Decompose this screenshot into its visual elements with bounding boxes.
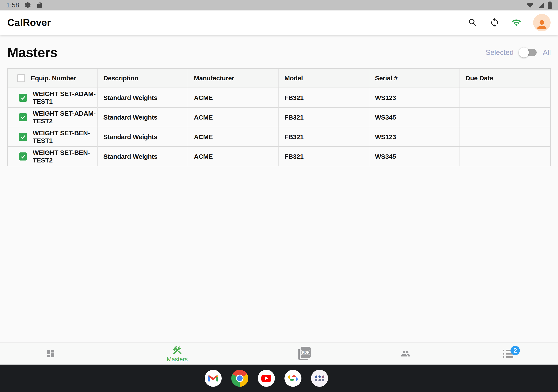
sd-card-icon bbox=[36, 2, 43, 9]
due-date-cell bbox=[460, 87, 550, 107]
column-header-manufacturer: Manufacturer bbox=[188, 69, 279, 87]
clock: 1:58 bbox=[6, 1, 19, 9]
app-drawer-icon[interactable] bbox=[311, 370, 328, 387]
description-cell: Standard Weights bbox=[98, 127, 188, 146]
serial-cell: WS345 bbox=[369, 107, 460, 127]
manufacturer-cell: ACME bbox=[188, 127, 279, 146]
page-title: Masters bbox=[7, 46, 58, 59]
nav-item-pdf-reports[interactable]: PDF bbox=[298, 342, 311, 365]
column-header-equip-number: Equip. Number bbox=[31, 75, 76, 82]
row-checkbox[interactable] bbox=[19, 94, 27, 102]
manufacturer-cell: ACME bbox=[188, 87, 279, 107]
nav-item-masters[interactable]: Masters bbox=[167, 342, 188, 365]
model-cell: FB321 bbox=[279, 146, 369, 166]
column-header-due-date: Due Date bbox=[460, 69, 550, 87]
bottom-navigation: Masters PDF 2 bbox=[0, 342, 558, 365]
row-checkbox[interactable] bbox=[19, 113, 27, 121]
description-cell: Standard Weights bbox=[98, 107, 188, 127]
app-title: CalRover bbox=[7, 17, 51, 28]
description-cell: Standard Weights bbox=[98, 146, 188, 166]
toggle-left-label: Selected bbox=[486, 48, 514, 57]
equip-number-cell: WEIGHT SET-BEN-TEST2 bbox=[33, 149, 97, 164]
gmail-icon[interactable] bbox=[205, 370, 222, 387]
model-cell: FB321 bbox=[279, 127, 369, 146]
row-checkbox[interactable] bbox=[19, 133, 27, 141]
cellular-signal-icon bbox=[538, 2, 544, 9]
model-cell: FB321 bbox=[279, 87, 369, 107]
nav-item-people[interactable] bbox=[400, 342, 411, 365]
due-date-cell bbox=[460, 146, 550, 166]
youtube-icon[interactable] bbox=[258, 370, 275, 387]
search-icon[interactable] bbox=[468, 18, 478, 28]
people-icon bbox=[400, 349, 411, 358]
due-date-cell bbox=[460, 107, 550, 127]
serial-cell: WS123 bbox=[369, 87, 460, 107]
equip-number-cell: WEIGHT SET-ADAM-TEST2 bbox=[33, 110, 97, 125]
debug-gear-icon bbox=[24, 1, 31, 9]
profile-avatar[interactable] bbox=[533, 14, 551, 31]
page-content: Masters Selected All Equip. Number Descr… bbox=[0, 35, 558, 342]
pdf-icon: PDF bbox=[298, 347, 311, 361]
description-cell: Standard Weights bbox=[98, 87, 188, 107]
due-date-cell bbox=[460, 127, 550, 146]
masters-table: Equip. Number Description Manufacturer M… bbox=[7, 68, 551, 166]
model-cell: FB321 bbox=[279, 107, 369, 127]
wifi-connected-icon[interactable] bbox=[511, 18, 521, 28]
construction-tools-icon bbox=[172, 345, 183, 356]
nav-item-task-list[interactable]: 2 bbox=[503, 342, 513, 365]
manufacturer-cell: ACME bbox=[188, 107, 279, 127]
task-list-icon: 2 bbox=[503, 350, 513, 358]
selected-all-filter: Selected All bbox=[486, 48, 551, 57]
select-all-checkbox[interactable] bbox=[17, 74, 25, 82]
battery-icon bbox=[548, 1, 552, 9]
serial-cell: WS123 bbox=[369, 127, 460, 146]
sync-icon[interactable] bbox=[489, 18, 500, 28]
column-header-description: Description bbox=[98, 69, 188, 87]
android-dock bbox=[0, 365, 558, 392]
nav-label-masters: Masters bbox=[167, 357, 188, 362]
toggle-right-label: All bbox=[543, 48, 551, 57]
nav-item-dashboard[interactable] bbox=[46, 342, 55, 365]
column-header-model: Model bbox=[279, 69, 369, 87]
row-checkbox[interactable] bbox=[19, 153, 27, 161]
chrome-icon[interactable] bbox=[231, 370, 248, 387]
equip-number-cell: WEIGHT SET-BEN-TEST1 bbox=[33, 129, 97, 144]
selected-all-toggle[interactable] bbox=[520, 49, 537, 56]
dashboard-icon bbox=[46, 349, 55, 358]
manufacturer-cell: ACME bbox=[188, 146, 279, 166]
wifi-status-icon bbox=[526, 2, 534, 9]
equip-number-cell: WEIGHT SET-ADAM-TEST1 bbox=[33, 90, 97, 105]
android-status-bar: 1:58 bbox=[0, 0, 558, 10]
toggle-thumb[interactable] bbox=[519, 47, 529, 58]
task-count-badge: 2 bbox=[510, 346, 520, 355]
app-bar: CalRover bbox=[0, 10, 558, 35]
google-photos-icon[interactable] bbox=[284, 370, 301, 387]
column-header-serial: Serial # bbox=[369, 69, 460, 87]
serial-cell: WS345 bbox=[369, 146, 460, 166]
